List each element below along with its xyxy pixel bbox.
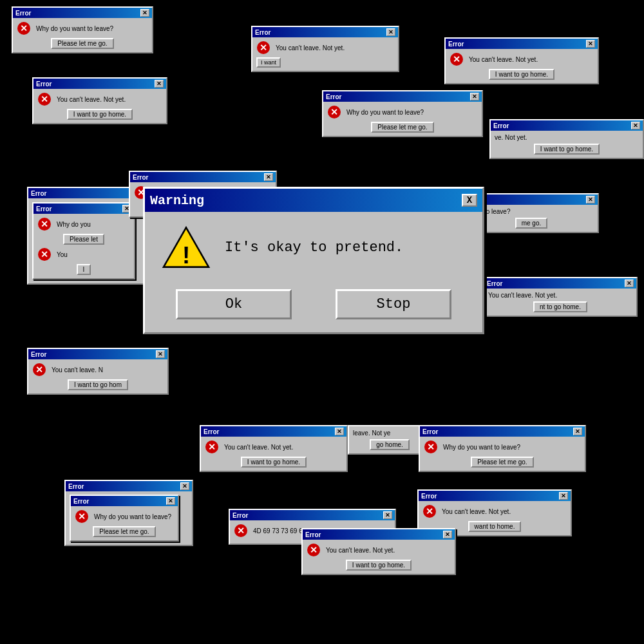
error-dialog-4: Error ✕ ✕ You can't leave. Not yet. I wa… [444,37,599,84]
msg-4: You can't leave. Not yet. [469,56,538,63]
close-btn-2[interactable]: ✕ [155,80,164,88]
error-icon-17: ✕ [422,504,437,518]
iwant-btn-3[interactable]: I want [256,57,281,68]
close-btn-10[interactable]: ✕ [625,279,634,287]
iwant-btn-12[interactable]: I want to go home. [241,457,307,468]
svg-text:✕: ✕ [78,511,86,522]
titlebar-12: Error ✕ [201,426,346,437]
title-1: Error [15,10,31,17]
title-5: Error [326,93,341,100]
btn-13[interactable]: go home. [370,439,410,450]
msg-18: You can't leave. Not yet. [326,547,395,554]
title-15b: Error [73,498,89,505]
error-dialog-11: Error ✕ ✕ You can't leave. N I want to g… [27,348,169,395]
titlebar-6: Error ✕ [491,120,643,131]
title-17: Error [421,493,437,500]
title-3: Error [255,29,270,36]
close-btn-17[interactable]: ✕ [559,492,568,500]
close-btn-3[interactable]: ✕ [386,28,395,36]
close-btn-9[interactable]: ✕ [586,196,595,204]
svg-text:✕: ✕ [41,249,48,260]
error-dialog-18: Error ✕ ✕ You can't leave. Not yet. I wa… [301,528,456,575]
warning-message: It's okay to pretend. [225,240,403,256]
titlebar-15b: Error ✕ [71,496,178,506]
error-icon-11: ✕ [32,363,46,377]
svg-text:✕: ✕ [41,94,48,104]
msg-3: You can't leave. Not yet. [276,44,345,52]
title-7: Error [31,190,46,197]
error-dialog-10: Error ✕ You can't leave. Not yet. nt to … [483,277,638,317]
warning-close-btn[interactable]: X [462,194,477,207]
close-btn-11[interactable]: ✕ [156,350,165,358]
msg-7b: Why do you [57,221,91,228]
close-btn-15b[interactable]: ✕ [166,497,175,505]
titlebar-11: Error ✕ [28,349,167,359]
please-btn-14[interactable]: Please let me go. [471,457,533,468]
msg-17: You can't leave. Not yet. [442,508,511,515]
please-btn-7b[interactable]: Please let [63,234,104,245]
error-dialog-1: Error ✕ ✕ Why do you want to leave? Plea… [12,6,153,53]
iwant-btn-18[interactable]: I want to go home. [346,560,412,571]
close-btn-4[interactable]: ✕ [586,40,595,48]
please-btn-5[interactable]: Please let me go. [371,122,433,133]
close-btn-5[interactable]: ✕ [470,93,479,100]
svg-text:✕: ✕ [427,442,435,452]
titlebar-10: Error ✕ [484,278,636,289]
title-15: Error [68,483,84,490]
close-btn-16[interactable]: ✕ [383,511,392,519]
svg-text:✕: ✕ [310,545,317,555]
warning-triangle-icon: ! [160,225,212,270]
titlebar-8: Error ✕ [130,172,276,182]
title-4: Error [448,41,464,48]
warning-dialog: Warning X ! It's okay to pretend. Ok Sto… [143,187,484,334]
titlebar-3: Error ✕ [252,27,398,37]
please-btn-1[interactable]: Please let me go. [51,38,113,49]
msg-13: leave. Not ye [353,430,390,437]
title-16: Error [232,512,248,519]
error-icon-2: ✕ [37,92,52,106]
close-btn-18[interactable]: ✕ [443,531,452,538]
error-icon-12: ✕ [205,440,219,454]
close-btn-12[interactable]: ✕ [335,428,344,435]
warning-titlebar: Warning X [145,189,482,212]
title-7b: Error [36,205,52,213]
titlebar-17: Error ✕ [419,491,571,501]
error-icon-14: ✕ [424,440,438,454]
close-btn-1[interactable]: ✕ [140,9,149,17]
svg-text:✕: ✕ [208,442,216,452]
please-btn-15b[interactable]: Please let me go. [93,526,155,537]
stop-button[interactable]: Stop [336,289,451,319]
iwant-btn-11[interactable]: I want to go hom [68,379,128,390]
error-dialog-12: Error ✕ ✕ You can't leave. Not yet. I wa… [200,425,348,472]
msg-11: You can't leave. N [52,366,103,374]
iwant-btn-10[interactable]: nt to go home. [533,301,587,312]
warning-title: Warning [150,193,204,208]
please-btn-9[interactable]: me go. [515,218,548,229]
title-18: Error [305,531,321,538]
title-10: Error [487,280,502,287]
iwant-btn-4[interactable]: I want to go home. [489,69,554,80]
iwant-btn-7c[interactable]: I [77,264,91,275]
svg-text:✕: ✕ [237,526,245,536]
close-btn-15[interactable]: ✕ [180,482,189,490]
iwant-btn-6[interactable]: I want to go home. [534,144,600,155]
titlebar-18: Error ✕ [303,529,455,540]
title-2: Error [36,80,52,88]
error-icon-5: ✕ [327,105,341,119]
msg-14: Why do you want to leave? [443,444,520,451]
msg-12: You can't leave. Not yet. [224,444,293,451]
close-btn-14[interactable]: ✕ [573,428,582,435]
title-6: Error [493,122,509,129]
close-btn-8[interactable]: ✕ [264,173,273,181]
svg-text:✕: ✕ [260,43,267,53]
error-icon-7c: ✕ [37,247,52,261]
error-dialog-14: Error ✕ ✕ Why do you want to leave? Plea… [419,425,586,472]
titlebar-5: Error ✕ [323,91,482,102]
iwant-btn-17[interactable]: want to home. [468,521,522,532]
iwant-btn-2[interactable]: I want to go home. [67,109,133,120]
msg-6: ve. Not yet. [495,134,527,141]
ok-button[interactable]: Ok [176,289,292,319]
close-btn-6[interactable]: ✕ [631,122,640,129]
error-icon-16: ✕ [234,524,248,538]
error-dialog-2: Error ✕ ✕ You can't leave. Not yet. I wa… [32,77,167,124]
